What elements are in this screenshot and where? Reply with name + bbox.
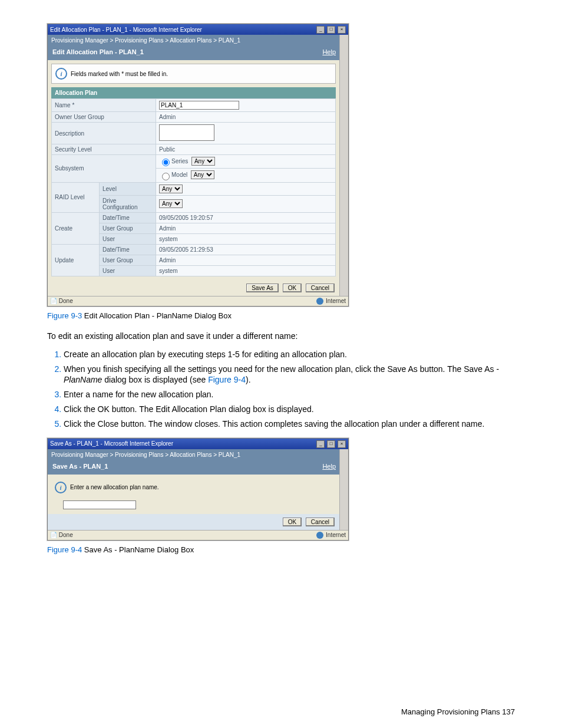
close-icon[interactable]: ×	[338, 440, 346, 448]
statusbar: 📄 Done Internet	[48, 296, 348, 306]
info-banner: i Enter a new allocation plan name.	[51, 478, 336, 497]
security-label: Security Level	[52, 144, 156, 155]
raid-label: RAID Level	[52, 182, 100, 212]
status-net: Internet	[326, 298, 346, 304]
name-label: Name *	[52, 99, 156, 112]
ok-button[interactable]: OK	[283, 284, 302, 292]
minimize-icon[interactable]: _	[316, 440, 325, 448]
figure-caption-2: Figure 9-4 Save As - PlanName Dialog Box	[47, 545, 515, 554]
figure-link[interactable]: Figure 9-4	[208, 375, 246, 384]
info-banner: i Fields marked with * must be filled in…	[51, 64, 336, 84]
model-label: Model	[171, 172, 187, 178]
help-link[interactable]: Help	[322, 463, 336, 470]
owner-value: Admin	[156, 112, 336, 123]
update-dt-label: Date/Time	[100, 244, 156, 255]
update-dt-value: 09/05/2005 21:29:53	[156, 244, 336, 255]
create-ug-label: User Group	[100, 223, 156, 233]
maximize-icon[interactable]: □	[327, 26, 335, 34]
button-row: OK Cancel	[48, 514, 339, 530]
cancel-button[interactable]: Cancel	[306, 518, 335, 526]
maximize-icon[interactable]: □	[327, 440, 335, 448]
page-title: Save As - PLAN_1	[52, 463, 108, 470]
statusbar: 📄 Done Internet	[48, 530, 348, 540]
page-title: Edit Allocation Plan - PLAN_1	[52, 48, 144, 55]
create-label: Create	[52, 212, 100, 244]
window-title: Edit Allocation Plan - PLAN_1 - Microsof…	[50, 27, 202, 33]
step-3: Enter a name for the new allocation plan…	[64, 389, 515, 400]
window-titlebar: Save As - PLAN_1 - Microsoft Internet Ex…	[48, 439, 348, 449]
status-net: Internet	[326, 532, 346, 538]
status-done: Done	[59, 532, 73, 538]
info-icon: i	[55, 68, 67, 80]
window-buttons: _ □ ×	[316, 25, 346, 34]
screenshot-edit-allocation: Edit Allocation Plan - PLAN_1 - Microsof…	[47, 24, 349, 307]
step-2: When you finish specifying all the setti…	[64, 364, 515, 386]
help-link[interactable]: Help	[322, 48, 336, 55]
step-5: Click the Close button. The window close…	[64, 419, 515, 430]
ok-button[interactable]: OK	[283, 518, 302, 526]
info-text: Enter a new allocation plan name.	[70, 484, 159, 490]
plan-name-input[interactable]	[63, 500, 136, 509]
info-text: Fields marked with * must be filled in.	[71, 71, 168, 77]
form-table: Name * Owner User Group Admin Descriptio…	[51, 98, 336, 276]
owner-label: Owner User Group	[52, 112, 156, 123]
level-label: Level	[100, 182, 156, 195]
drivecfg-select[interactable]: Any	[159, 199, 183, 208]
close-icon[interactable]: ×	[338, 26, 346, 34]
step-4: Click the OK button. The Edit Allocation…	[64, 404, 515, 415]
series-select[interactable]: Any	[191, 157, 215, 166]
update-label: Update	[52, 244, 100, 276]
create-ug-value: Admin	[156, 223, 336, 233]
level-select[interactable]: Any	[159, 185, 183, 193]
cancel-button[interactable]: Cancel	[306, 284, 335, 292]
window-titlebar: Edit Allocation Plan - PLAN_1 - Microsof…	[48, 24, 348, 35]
desc-label: Description	[52, 123, 156, 144]
step-1: Create an allocation plan by executing s…	[64, 349, 515, 360]
scrollbar[interactable]	[339, 35, 348, 296]
screenshot-save-as: Save As - PLAN_1 - Microsoft Internet Ex…	[47, 438, 349, 541]
globe-icon	[316, 532, 323, 539]
breadcrumb: Provisioning Manager > Provisioning Plan…	[48, 35, 339, 46]
create-user-value: system	[156, 233, 336, 244]
update-ug-value: Admin	[156, 255, 336, 265]
section-header: Allocation Plan	[51, 87, 336, 98]
desc-input[interactable]	[159, 124, 214, 141]
window-title: Save As - PLAN_1 - Microsoft Internet Ex…	[50, 440, 173, 447]
figure-caption-1: Figure 9-3 Edit Allocation Plan - PlanNa…	[47, 311, 515, 320]
minimize-icon[interactable]: _	[316, 26, 325, 34]
status-done: Done	[59, 298, 73, 304]
series-label: Series	[171, 158, 188, 164]
security-value: Public	[156, 144, 336, 155]
lead-paragraph: To edit an existing allocation plan and …	[47, 331, 515, 342]
update-user-value: system	[156, 265, 336, 276]
button-row: Save As OK Cancel	[48, 280, 339, 296]
update-ug-label: User Group	[100, 255, 156, 265]
subsystem-label: Subsystem	[52, 155, 156, 183]
model-select[interactable]: Any	[191, 170, 214, 179]
info-icon: i	[55, 482, 67, 493]
model-radio[interactable]	[162, 173, 170, 180]
name-input[interactable]	[159, 101, 239, 110]
saveas-button[interactable]: Save As	[246, 284, 279, 292]
globe-icon	[316, 298, 323, 305]
drivecfg-label: Drive Configuration	[100, 195, 156, 212]
breadcrumb: Provisioning Manager > Provisioning Plan…	[48, 449, 339, 460]
update-user-label: User	[100, 265, 156, 276]
window-buttons: _ □ ×	[316, 440, 346, 448]
page-footer: Managing Provisioning Plans 137	[47, 707, 515, 716]
create-dt-value: 09/05/2005 19:20:57	[156, 212, 336, 223]
steps-list: Create an allocation plan by executing s…	[47, 349, 515, 430]
series-radio[interactable]	[162, 159, 170, 166]
create-user-label: User	[100, 233, 156, 244]
create-dt-label: Date/Time	[100, 212, 156, 223]
scrollbar[interactable]	[339, 449, 348, 530]
